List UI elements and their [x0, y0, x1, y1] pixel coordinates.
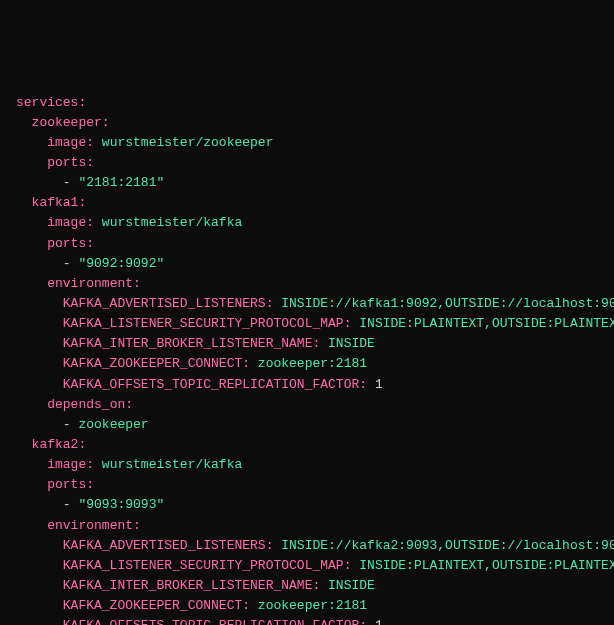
colon-token: :: [266, 296, 282, 311]
key-token: depends_on: [47, 397, 125, 412]
colon-token: :: [125, 397, 133, 412]
code-line: KAFKA_INTER_BROKER_LISTENER_NAME: INSIDE: [16, 334, 598, 354]
code-line: image: wurstmeister/zookeeper: [16, 133, 598, 153]
colon-token: :: [242, 598, 258, 613]
key-token: KAFKA_ZOOKEEPER_CONNECT: [63, 356, 242, 371]
colon-token: :: [86, 457, 102, 472]
key-token: ports: [47, 236, 86, 251]
colon-token: :: [86, 135, 102, 150]
code-line: depends_on:: [16, 395, 598, 415]
code-line: KAFKA_OFFSETS_TOPIC_REPLICATION_FACTOR: …: [16, 375, 598, 395]
str-token: zookeeper: [78, 417, 148, 432]
colon-token: :: [102, 115, 110, 130]
colon-token: :: [242, 356, 258, 371]
code-line: zookeeper:: [16, 113, 598, 133]
key-token: KAFKA_LISTENER_SECURITY_PROTOCOL_MAP: [63, 558, 344, 573]
str-token: "2181:2181": [78, 175, 164, 190]
key-token: zookeeper: [32, 115, 102, 130]
code-line: - zookeeper: [16, 415, 598, 435]
code-line: - "9093:9093": [16, 495, 598, 515]
yaml-code-block: services: zookeeper: image: wurstmeister…: [16, 93, 598, 625]
key-token: KAFKA_LISTENER_SECURITY_PROTOCOL_MAP: [63, 316, 344, 331]
code-line: KAFKA_ZOOKEEPER_CONNECT: zookeeper:2181: [16, 354, 598, 374]
str-token: wurstmeister/zookeeper: [102, 135, 274, 150]
code-line: environment:: [16, 516, 598, 536]
str-token: INSIDE://kafka2:9093,OUTSIDE://localhost…: [281, 538, 614, 553]
str-token: "9092:9092": [78, 256, 164, 271]
colon-token: :: [86, 477, 94, 492]
str-token: zookeeper:2181: [258, 356, 367, 371]
key-token: KAFKA_INTER_BROKER_LISTENER_NAME: [63, 578, 313, 593]
key-token: image: [47, 215, 86, 230]
code-line: ports:: [16, 234, 598, 254]
dash-token: -: [63, 175, 79, 190]
key-token: environment: [47, 276, 133, 291]
key-token: KAFKA_OFFSETS_TOPIC_REPLICATION_FACTOR: [63, 618, 359, 625]
code-line: KAFKA_INTER_BROKER_LISTENER_NAME: INSIDE: [16, 576, 598, 596]
colon-token: :: [86, 215, 102, 230]
colon-token: :: [78, 437, 86, 452]
colon-token: :: [344, 558, 360, 573]
str-token: wurstmeister/kafka: [102, 215, 242, 230]
dash-token: -: [63, 497, 79, 512]
colon-token: :: [86, 236, 94, 251]
str-token: INSIDE: [328, 336, 375, 351]
colon-token: :: [133, 518, 141, 533]
key-token: kafka2: [32, 437, 79, 452]
code-line: services:: [16, 93, 598, 113]
code-line: KAFKA_ADVERTISED_LISTENERS: INSIDE://kaf…: [16, 536, 598, 556]
code-line: KAFKA_LISTENER_SECURITY_PROTOCOL_MAP: IN…: [16, 314, 598, 334]
key-token: KAFKA_ZOOKEEPER_CONNECT: [63, 598, 242, 613]
code-line: - "2181:2181": [16, 173, 598, 193]
code-line: ports:: [16, 153, 598, 173]
code-line: kafka2:: [16, 435, 598, 455]
colon-token: :: [344, 316, 360, 331]
key-token: ports: [47, 155, 86, 170]
colon-token: :: [359, 377, 375, 392]
str-token: INSIDE://kafka1:9092,OUTSIDE://localhost…: [281, 296, 614, 311]
colon-token: :: [86, 155, 94, 170]
code-line: - "9092:9092": [16, 254, 598, 274]
code-line: ports:: [16, 475, 598, 495]
key-token: KAFKA_OFFSETS_TOPIC_REPLICATION_FACTOR: [63, 377, 359, 392]
colon-token: :: [78, 95, 86, 110]
colon-token: :: [359, 618, 375, 625]
str-token: zookeeper:2181: [258, 598, 367, 613]
key-token: environment: [47, 518, 133, 533]
dash-token: -: [63, 256, 79, 271]
str-token: wurstmeister/kafka: [102, 457, 242, 472]
str-token: "9093:9093": [78, 497, 164, 512]
colon-token: :: [78, 195, 86, 210]
key-token: KAFKA_INTER_BROKER_LISTENER_NAME: [63, 336, 313, 351]
code-line: kafka1:: [16, 193, 598, 213]
str-token: INSIDE: [328, 578, 375, 593]
key-token: services: [16, 95, 78, 110]
colon-token: :: [312, 578, 328, 593]
str-token: INSIDE:PLAINTEXT,OUTSIDE:PLAINTEXT: [359, 558, 614, 573]
dash-token: -: [63, 417, 79, 432]
colon-token: :: [266, 538, 282, 553]
code-line: image: wurstmeister/kafka: [16, 213, 598, 233]
key-token: image: [47, 457, 86, 472]
code-line: KAFKA_ADVERTISED_LISTENERS: INSIDE://kaf…: [16, 294, 598, 314]
colon-token: :: [133, 276, 141, 291]
code-line: KAFKA_LISTENER_SECURITY_PROTOCOL_MAP: IN…: [16, 556, 598, 576]
key-token: KAFKA_ADVERTISED_LISTENERS: [63, 296, 266, 311]
key-token: ports: [47, 477, 86, 492]
code-line: image: wurstmeister/kafka: [16, 455, 598, 475]
colon-token: :: [312, 336, 328, 351]
str-token: INSIDE:PLAINTEXT,OUTSIDE:PLAINTEXT: [359, 316, 614, 331]
code-line: KAFKA_ZOOKEEPER_CONNECT: zookeeper:2181: [16, 596, 598, 616]
key-token: kafka1: [32, 195, 79, 210]
num-token: 1: [375, 377, 383, 392]
key-token: image: [47, 135, 86, 150]
code-line: environment:: [16, 274, 598, 294]
num-token: 1: [375, 618, 383, 625]
code-line: KAFKA_OFFSETS_TOPIC_REPLICATION_FACTOR: …: [16, 616, 598, 625]
key-token: KAFKA_ADVERTISED_LISTENERS: [63, 538, 266, 553]
